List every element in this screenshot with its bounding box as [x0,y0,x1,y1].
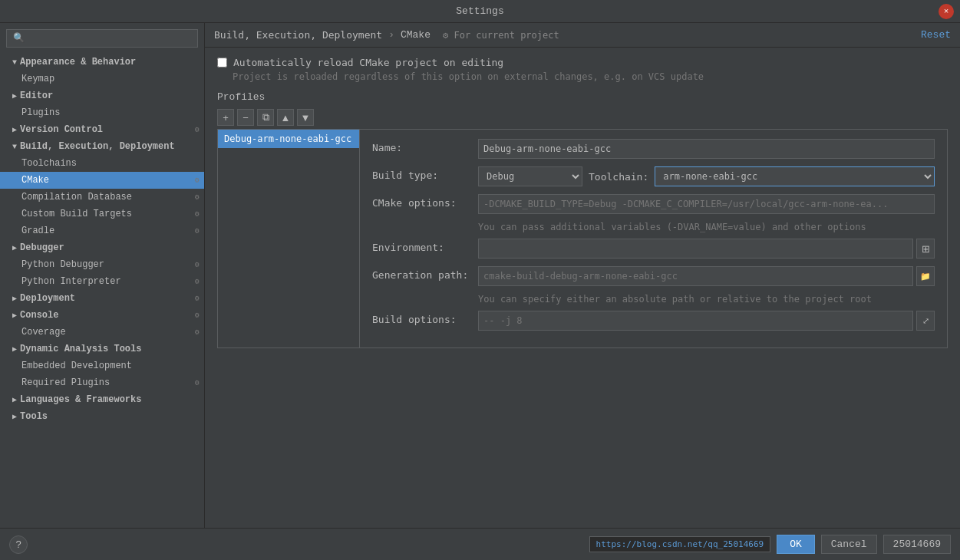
generation-path-row: Generation path: 📁 [372,266,935,286]
move-up-button[interactable]: ▲ [277,109,294,126]
project-icon: ⚙ [195,193,200,202]
environment-input[interactable] [478,239,913,259]
auto-reload-checkbox[interactable] [217,58,227,68]
sidebar-item-appearance-behavior[interactable]: ▼ Appearance & Behavior [0,54,204,71]
sidebar-item-build-execution-deployment[interactable]: ▼ Build, Execution, Deployment [0,138,204,155]
toolchain-label: Toolchain: [589,171,648,183]
close-button[interactable]: × [939,4,954,19]
project-icon: ⚙ [195,311,200,320]
sidebar-item-label: Build, Execution, Deployment [20,141,175,152]
sidebar-item-keymap[interactable]: Keymap [0,71,204,87]
expand-arrow: ▶ [12,125,17,134]
environment-label: Environment: [372,239,472,253]
generation-path-input[interactable] [478,266,913,286]
sidebar-item-label: Appearance & Behavior [20,57,136,68]
sidebar-item-label: Languages & Frameworks [20,394,141,405]
sidebar-item-version-control[interactable]: ▶ Version Control ⚙ [0,121,204,138]
close-icon: × [944,7,949,16]
build-options-row: Build options: ⤢ [372,311,935,331]
project-icon: ⚙ [195,378,200,387]
panel-body: Automatically reload CMake project on ed… [205,48,960,528]
sidebar-item-languages-frameworks[interactable]: ▶ Languages & Frameworks [0,391,204,408]
sidebar-item-label: Editor [20,91,53,101]
sidebar-item-tools[interactable]: ▶ Tools [0,408,204,425]
profile-item[interactable]: Debug-arm-none-eabi-gcc [218,130,359,148]
environment-edit-button[interactable]: ⊞ [916,239,935,259]
auto-reload-hint: Project is reloaded regardless of this o… [217,71,948,82]
sidebar-item-label: Deployment [20,293,75,304]
sidebar-item-label: Console [20,310,58,321]
cancel-button[interactable]: Cancel [821,535,877,554]
toolchain-select[interactable]: arm-none-eabi-gcc [655,166,935,186]
project-icon: ⚙ [195,226,200,236]
sidebar-item-label: Required Plugins [21,377,110,388]
right-panel: Build, Execution, Deployment › CMake ⚙ F… [205,23,960,528]
search-input[interactable] [6,29,198,48]
sidebar-item-embedded-development[interactable]: Embedded Development [0,357,204,374]
sidebar-item-label: Coverage [21,327,66,338]
sidebar-item-toolchains[interactable]: Toolchains [0,155,204,172]
profiles-title: Profiles [217,91,948,103]
profiles-list: Debug-arm-none-eabi-gcc [218,130,360,348]
breadcrumb-bar: Build, Execution, Deployment › CMake ⚙ F… [205,23,960,48]
sidebar-item-label: Plugins [21,107,60,118]
environment-row: Environment: ⊞ [372,239,935,259]
sidebar-item-label: Toolchains [21,158,77,169]
cmake-options-row: CMake options: [372,194,935,214]
expand-arrow: ▼ [12,58,17,67]
help-button[interactable]: ? [9,535,28,554]
sidebar-item-debugger[interactable]: ▶ Debugger [0,239,204,256]
expand-arrow: ▶ [12,243,17,252]
sidebar-item-required-plugins[interactable]: Required Plugins ⚙ [0,374,204,391]
sidebar-item-label: Tools [20,411,48,422]
bottom-right: https://blog.csdn.net/qq_25014669 OK Can… [589,535,951,554]
sidebar-item-compilation-database[interactable]: Compilation Database ⚙ [0,189,204,206]
build-options-input[interactable] [478,311,913,331]
sidebar-item-label: Version Control [20,124,103,135]
add-profile-button[interactable]: + [217,109,234,126]
title-bar: Settings × [0,0,960,23]
cmake-options-input[interactable] [478,194,935,214]
copy-profile-button[interactable]: ⧉ [257,109,274,126]
expand-arrow: ▶ [12,412,17,421]
sidebar-item-gradle[interactable]: Gradle ⚙ [0,222,204,239]
breadcrumb-arrow: › [388,29,394,41]
sidebar: ▼ Appearance & Behavior Keymap ▶ Editor … [0,23,205,528]
auto-reload-label: Automatically reload CMake project on ed… [233,57,503,68]
sidebar-item-python-debugger[interactable]: Python Debugger ⚙ [0,256,204,273]
name-input[interactable] [478,139,935,159]
sidebar-item-coverage[interactable]: Coverage ⚙ [0,324,204,341]
sidebar-item-python-interpreter[interactable]: Python Interpreter ⚙ [0,273,204,290]
expand-arrow: ▶ [12,344,17,354]
form-area: Name: Build type: Debug Release RelWithD… [360,130,947,348]
sidebar-item-plugins[interactable]: Plugins [0,104,204,121]
apply-button[interactable]: 25014669 [883,535,951,554]
sidebar-item-custom-build-targets[interactable]: Custom Build Targets ⚙ [0,206,204,222]
sidebar-item-label: Gradle [21,226,54,236]
project-icon: ⚙ [195,176,200,185]
sidebar-item-deployment[interactable]: ▶ Deployment ⚙ [0,290,204,307]
sidebar-item-console[interactable]: ▶ Console ⚙ [0,307,204,324]
sidebar-item-editor[interactable]: ▶ Editor [0,87,204,104]
project-icon: ⚙ [195,125,200,134]
sidebar-item-label: Custom Build Targets [21,209,132,219]
sidebar-item-label: Python Interpreter [21,276,121,287]
sidebar-item-dynamic-analysis-tools[interactable]: ▶ Dynamic Analysis Tools [0,341,204,357]
environment-controls: ⊞ [478,239,935,259]
breadcrumb-parent: Build, Execution, Deployment [214,29,382,41]
browse-button[interactable]: 📁 [916,266,935,286]
sidebar-item-label: Debugger [20,242,64,253]
breadcrumb-current: CMake [401,29,431,41]
ok-button[interactable]: OK [777,535,815,554]
name-label: Name: [372,139,472,153]
reset-button[interactable]: Reset [921,29,951,41]
expand-button[interactable]: ⤢ [916,311,935,331]
project-icon: ⚙ [195,209,200,219]
sidebar-item-label: Compilation Database [21,192,132,203]
build-type-select[interactable]: Debug Release RelWithDebInfo MinSizeRel [478,166,582,186]
sidebar-item-cmake[interactable]: CMake ⚙ [0,172,204,189]
build-options-controls: ⤢ [478,311,935,331]
remove-profile-button[interactable]: − [237,109,254,126]
move-down-button[interactable]: ▼ [297,109,314,126]
generation-path-controls: 📁 [478,266,935,286]
